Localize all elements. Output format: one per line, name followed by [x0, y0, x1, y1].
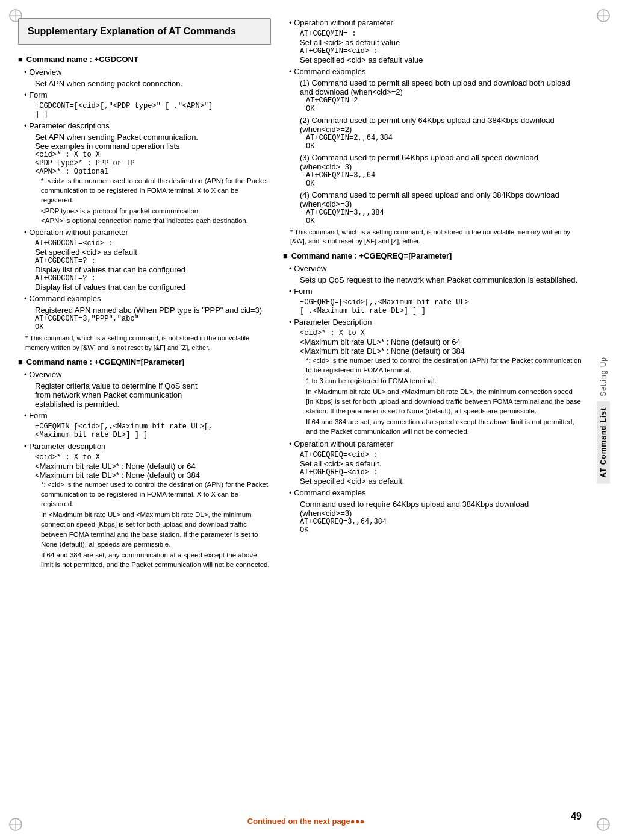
cgeqmin-ex2-cmd: AT+CGEQMIN=2,,64,384	[283, 134, 582, 142]
cgeqmin-ex3-ok: OK	[283, 180, 582, 188]
cgdcont-op-line1: AT+CGDCONT=<cid> :	[18, 239, 271, 248]
corner-mark-bl	[8, 817, 23, 832]
cgeqmin-ex4: (4) Command used to permit all speed upl…	[283, 190, 582, 208]
cgeqmin-overview-line3: established is permitted.	[18, 400, 271, 409]
cgeqmin-overview-line1: Register criteria value to determine if …	[18, 381, 271, 390]
cgeqmin-form-content: +CGEQMIN=[<cid>[,,<Maximum bit rate UL>[…	[18, 422, 271, 431]
cgeqmin-op-line2: Set all <cid> as default value	[283, 38, 582, 47]
cgeqreq-op-line4: Set specified <cid> as default.	[283, 477, 582, 486]
section-cgeqreq: Command name : +CGEQREQ=[Parameter] Over…	[283, 251, 582, 534]
cgeqmin-overview-line2: from network when Packet communication	[18, 390, 271, 400]
cgdcont-examples-line1: Registered APN named abc (When PDP type …	[18, 306, 271, 315]
cgdcont-params-pdp: <PDP type>* : PPP or IP	[18, 159, 271, 168]
cgdcont-op-line6: Display list of values that can be confi…	[18, 283, 271, 292]
right-column: Operation without parameter AT+CGEQMIN= …	[283, 18, 582, 804]
section-cgeqmin-right: Operation without parameter AT+CGEQMIN= …	[283, 18, 582, 246]
section-cgeqreq-heading-text: Command name : +CGEQREQ=[Parameter]	[291, 251, 452, 260]
cgdcont-overview-label: Overview	[18, 67, 271, 77]
cgeqmin-op-line3: AT+CGEQMIN=<cid> :	[283, 47, 582, 55]
cgeqmin-form-content2: <Maximum bit rate DL>] ] ]	[18, 431, 271, 439]
cgdcont-params-note3: <APN> is optional connection name that i…	[18, 216, 271, 225]
right-sidebar: Setting Up AT Command List	[588, 0, 619, 840]
cgeqmin-params-ul: <Maximum bit rate UL>* : None (default) …	[18, 462, 271, 471]
cgeqmin-params-note1: *: <cid> is the number used to control t…	[18, 480, 271, 509]
cgdcont-params-line1: Set APN when sending Packet communicatio…	[18, 133, 271, 142]
cgeqmin-overview-label: Overview	[18, 370, 271, 379]
cgeqmin-ex3-cmd: AT+CGEQMIN=3,,64	[283, 171, 582, 180]
cgeqmin-ex1-cmd: AT+CGEQMIN=2	[283, 96, 582, 105]
cgeqmin-ex3-num: (3)	[300, 153, 312, 162]
page-title: Supplementary Explanation of AT Commands	[28, 25, 261, 38]
cgeqreq-form-label: Form	[283, 287, 582, 296]
continued-bar: Continued on the next page●●●	[30, 816, 582, 826]
cgeqreq-op-line1: AT+CGEQREQ=<cid> :	[283, 451, 582, 459]
section-cgeqmin-heading: Command name : +CGEQMIN=[Parameter]	[18, 357, 271, 366]
cgeqmin-examples-label: Command examples	[283, 67, 582, 76]
cgdcont-op-line5: AT+CGDCONT=? :	[18, 274, 271, 283]
cgeqreq-params-note1: *: <cid> is the number used to control t…	[283, 356, 582, 375]
cgdcont-form-content2: ] ]	[18, 110, 271, 119]
cgeqreq-params-note3: In <Maximum bit rate UL> and <Maximum bi…	[283, 387, 582, 416]
cgdcont-op-line3: AT+CGDCONT=? :	[18, 257, 271, 265]
cgeqreq-params-label: Parameter Description	[283, 318, 582, 327]
cgeqmin-op-line1: AT+CGEQMIN= :	[283, 30, 582, 38]
section-cgdcont: Command name : +CGDCONT Overview Set APN…	[18, 55, 271, 353]
cgdcont-examples-ok: OK	[18, 323, 271, 331]
cgeqmin-ex1: (1) Command used to permit all speed bot…	[283, 78, 582, 96]
cgeqmin-params-note3: If 64 and 384 are set, any communication…	[18, 550, 271, 569]
cgdcont-params-label: Parameter descriptions	[18, 121, 271, 130]
cgeqmin-ex1-num: (1)	[300, 78, 312, 87]
cgeqmin-ex1-ok: OK	[283, 105, 582, 113]
cgdcont-form-label: Form	[18, 90, 271, 99]
cgeqmin-params-dl: <Maximum bit rate DL>* : None (default) …	[18, 471, 271, 480]
page-container: Setting Up AT Command List 49 Continued …	[0, 0, 619, 840]
cgeqmin-ex2: (2) Command used to permit only 64Kbps u…	[283, 116, 582, 134]
title-box: Supplementary Explanation of AT Commands	[18, 18, 271, 45]
cgeqreq-examples-cmd: AT+CGEQREQ=3,,64,384	[283, 518, 582, 526]
cgdcont-op-line4: Display list of values that can be confi…	[18, 265, 271, 274]
cgeqreq-params-note4: If 64 and 384 are set, any connection at…	[283, 417, 582, 436]
cgdcont-overview-content: Set APN when sending packet connection.	[18, 79, 271, 88]
cgeqreq-form-content: +CGEQREQ=[<cid>[,,<Maximum bit rate UL>	[283, 298, 582, 307]
section-cgdcont-heading: Command name : +CGDCONT	[18, 55, 271, 64]
cgeqreq-op-line3: AT+CGEQREQ=<cid> :	[283, 468, 582, 477]
cgeqmin-ex4-cmd: AT+CGEQMIN=3,,,384	[283, 208, 582, 217]
cgdcont-params-cid: <cid>* : X to X	[18, 151, 271, 159]
cgeqmin-footnote: * This command, which is a setting comma…	[283, 228, 582, 246]
cgeqreq-examples-ok: OK	[283, 526, 582, 534]
cgeqreq-examples-line1: Command used to require 64Kbps upload an…	[283, 500, 582, 518]
cgeqmin-ex3: (3) Command used to permit 64Kbps upload…	[283, 153, 582, 171]
cgeqmin-params-label: Parameter description	[18, 442, 271, 451]
left-column: Supplementary Explanation of AT Commands…	[18, 18, 271, 804]
cgeqmin-ex2-ok: OK	[283, 142, 582, 151]
cgdcont-examples-label: Command examples	[18, 294, 271, 303]
cgeqreq-op-label: Operation without parameter	[283, 439, 582, 448]
section-cgdcont-heading-text: Command name : +CGDCONT	[26, 55, 138, 64]
cgeqreq-form-content2: [ ,<Maximum bit rate DL>] ] ]	[283, 307, 582, 315]
continued-text: Continued on the next page	[247, 816, 350, 826]
cgeqmin-ex4-ok: OK	[283, 217, 582, 225]
cgeqreq-params-cid: <cid>* : X to X	[283, 329, 582, 337]
cgeqmin-params-note2: In <Maximum bit rate UL> and <Maximum bi…	[18, 510, 271, 548]
cgeqmin-op-label: Operation without parameter	[283, 18, 582, 27]
cgeqmin-form-label: Form	[18, 411, 271, 420]
sidebar-at-command-label: AT Command List	[597, 401, 610, 484]
sidebar-setting-up-label: Setting Up	[599, 357, 608, 396]
cgdcont-params-apn: <APN>* : Optional	[18, 168, 271, 176]
cgeqreq-params-note2: 1 to 3 can be registered to FOMA termina…	[283, 376, 582, 386]
cgdcont-examples-line2: AT+CGDCONT=3,"PPP","abc"	[18, 315, 271, 323]
section-cgeqreq-heading: Command name : +CGEQREQ=[Parameter]	[283, 251, 582, 260]
section-cgeqmin-heading-text: Command name : +CGEQMIN=[Parameter]	[26, 357, 184, 366]
cgeqreq-params-ul: <Maximum bit rate UL>* : None (default) …	[283, 337, 582, 346]
section-cgeqmin: Command name : +CGEQMIN=[Parameter] Over…	[18, 357, 271, 569]
cgeqreq-op-line2: Set all <cid> as default.	[283, 459, 582, 468]
cgeqmin-op-line4: Set specified <cid> as default value	[283, 55, 582, 64]
cgdcont-footnote: * This command, which is a setting comma…	[18, 334, 271, 353]
cgeqmin-ex4-num: (4)	[300, 190, 312, 199]
cgdcont-form-content: +CGDCONT=[<cid>[,"<PDP type>" [ ,"<APN>"…	[18, 102, 271, 110]
cgdcont-params-note2: <PDP type> is a protocol for packet comm…	[18, 206, 271, 216]
cgeqmin-ex2-num: (2)	[300, 116, 312, 125]
cgeqreq-examples-label: Command examples	[283, 488, 582, 497]
cgeqreq-overview-label: Overview	[283, 264, 582, 273]
continued-dots: ●●●	[350, 816, 365, 826]
